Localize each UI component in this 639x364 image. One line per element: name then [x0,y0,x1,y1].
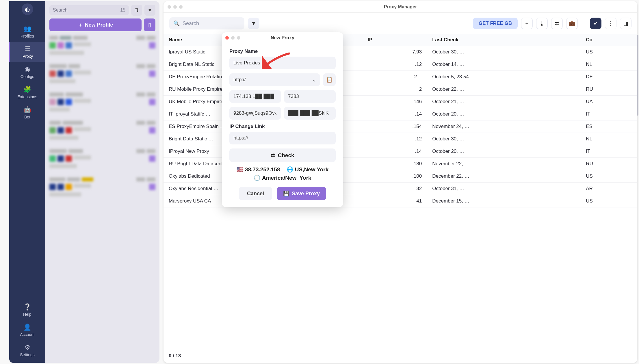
sidebar-item-proxy[interactable]: ☰ Proxy [9,42,45,62]
sidebar-item-help[interactable]: ❔ Help [9,300,45,320]
cell-country: ES [581,120,637,133]
cell-ip: .12 [363,58,427,71]
cell-ip: .180 [363,158,427,170]
button-label: Check [278,152,294,159]
check-location: US,New York [295,166,329,172]
cancel-button[interactable]: Cancel [239,187,272,200]
new-proxy-dialog: New Proxy Proxy Name ⌄ 📋 IP Change Link [222,32,343,207]
host-input[interactable] [229,90,281,103]
check-button[interactable]: ⇄ Check [229,148,336,162]
search-icon: 🔍 [173,20,180,27]
briefcase-button[interactable]: 💼 [566,18,578,29]
save-icon: 💾 [283,190,289,197]
add-proxy-button[interactable]: ＋ [521,18,533,29]
swap-button[interactable]: ⇄ [551,18,563,29]
sidebar-item-extensions[interactable]: 🧩 Extensions [9,82,45,103]
dialog-titlebar: New Proxy [222,32,343,43]
download-button[interactable]: ⭳ [536,18,548,29]
sidebar-item-label: Profiles [21,34,34,38]
account-icon: 👤 [23,324,31,331]
filter-icon: ▼ [147,7,153,13]
username-input[interactable] [229,107,281,120]
sidebar-item-label: Help [23,312,31,317]
sidebar-item-profiles[interactable]: 👥 Profiles [9,22,45,42]
check-icon: ✔ [594,20,598,27]
sidebar-item-bot[interactable]: 🤖 Bot [9,103,45,123]
cell-last-check: November 22, … [427,158,581,170]
sidebar-item-label: Proxy [23,54,33,59]
layout-toggle-button[interactable]: ▯ [144,18,155,31]
button-label: Save Proxy [292,191,320,197]
search-placeholder: Search [53,8,68,13]
check-ip: 38.73.252.158 [245,166,280,172]
cell-ip: .2… [363,71,427,83]
cell-ip: .14 [363,145,427,158]
panel-icon: ▯ [148,22,151,28]
more-button[interactable]: ⋮ [605,18,616,29]
new-profile-button[interactable]: ＋ New Profile [49,18,142,31]
cell-last-check: October 30, … [427,46,581,58]
filter-button[interactable]: ▼ [248,18,259,29]
sidebar-item-configs[interactable]: ◉ Configs [9,62,45,82]
dialog-close-button[interactable] [225,36,229,40]
cell-ip: .154 [363,120,427,133]
save-proxy-button[interactable]: 💾 Save Proxy [277,187,326,200]
cell-ip: 7.93 [363,46,427,58]
protocol-select[interactable] [229,73,320,86]
ip-change-label: IP Change Link [229,124,336,129]
port-input[interactable] [284,90,336,103]
col-last-check[interactable]: Last Check [427,34,581,46]
download-icon: ⭳ [539,21,545,27]
plus-icon: ＋ [78,21,83,28]
divider [14,19,41,19]
window-zoom-button[interactable] [179,5,183,9]
sidebar: ◐ 👥 Profiles ☰ Proxy ◉ Configs 🧩 Extensi… [9,1,45,363]
sidebar-item-settings[interactable]: ⚙ Settings [9,340,45,361]
window-minimize-button[interactable] [173,5,177,9]
profile-search-input[interactable]: Search 15 [49,5,129,15]
briefcase-icon: 💼 [569,20,575,27]
window-close-button[interactable] [168,5,171,9]
proxy-name-label: Proxy Name [229,49,336,54]
cell-country: UA [581,96,637,108]
col-country[interactable]: Co [581,34,637,46]
ip-change-input[interactable] [229,132,336,144]
check-all-button[interactable]: ✔ [590,18,601,29]
sort-button[interactable]: ⇅ [131,5,142,16]
profile-count: 15 [120,8,125,13]
filter-icon: ▼ [251,21,256,27]
proxy-search-input[interactable]: 🔍 Search [169,17,244,29]
cell-ip: 32 [363,183,427,195]
filter-button[interactable]: ▼ [144,5,155,16]
sidebar-item-label: Settings [20,352,35,357]
cell-country: IT [581,108,637,120]
cell-last-check: October 21, … [427,96,581,108]
proxy-name-input[interactable] [229,57,336,69]
cell-country: RU [581,158,637,170]
sidebar-item-label: Configs [21,74,34,79]
cell-ip: 2 [363,83,427,96]
dialog-minimize-button[interactable] [231,36,235,40]
cell-country: AR [581,183,637,195]
panel-toggle-button[interactable]: ◨ [620,18,631,29]
check-timezone: America/New_York [262,175,311,181]
sidebar-item-account[interactable]: 👤 Account [9,320,45,340]
toolbar: 🔍 Search ▼ GET FREE GB ＋ ⭳ ⇄ 💼 ✔ ⋮ ◨ [164,13,637,34]
password-input[interactable] [284,107,336,120]
help-icon: ❔ [23,303,31,311]
users-icon: 👥 [23,25,31,33]
app-logo-icon: ◐ [22,3,33,15]
cell-last-check: October 31, … [427,183,581,195]
cell-last-check: October 22, … [427,83,581,96]
swap-icon: ⇄ [555,20,559,27]
paste-button[interactable]: 📋 [323,73,336,86]
button-label: New Profile [85,22,113,28]
plus-icon: ＋ [524,20,530,27]
get-free-gb-button[interactable]: GET FREE GB [473,18,518,29]
cell-ip: 41 [363,195,427,207]
cell-last-check: October 14, … [427,58,581,71]
dialog-zoom-button[interactable] [237,36,240,40]
clipboard-icon: 📋 [326,77,332,83]
panel-icon: ◨ [623,20,628,27]
col-ip[interactable]: IP [363,34,427,46]
